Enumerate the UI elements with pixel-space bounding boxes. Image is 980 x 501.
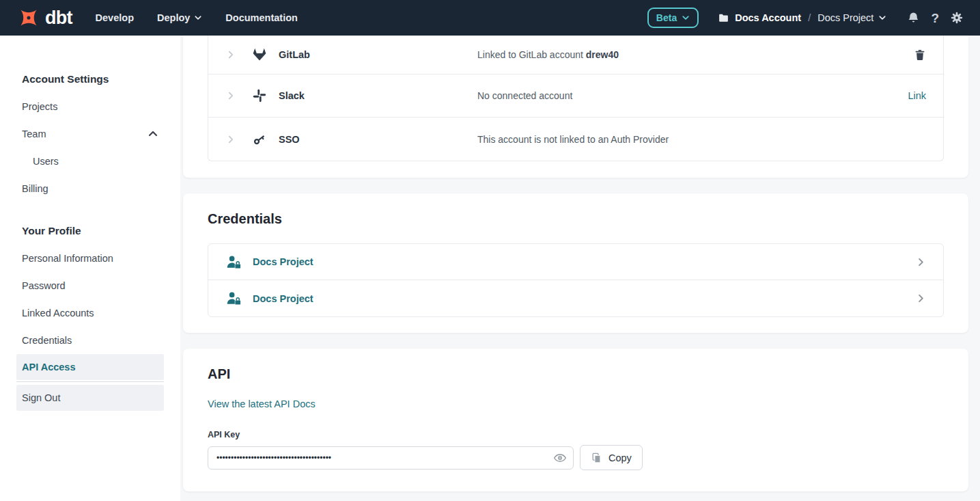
api-heading: API xyxy=(208,366,944,382)
notifications-bell-icon[interactable] xyxy=(907,12,920,25)
eye-icon[interactable] xyxy=(553,451,567,465)
linked-account-name: GitLab xyxy=(279,49,310,60)
api-key-input[interactable] xyxy=(208,446,574,470)
main-content: GitLab Linked to GitLab account drew40 S… xyxy=(180,36,980,501)
breadcrumb: Docs Account / Docs Project xyxy=(718,12,886,24)
linked-account-status: This account is not linked to an Auth Pr… xyxy=(477,134,669,145)
help-icon[interactable]: ? xyxy=(931,12,939,25)
linked-account-row-sso: SSO This account is not linked to an Aut… xyxy=(208,118,943,161)
folder-icon xyxy=(718,12,729,24)
top-nav: dbt Develop Deploy Documentation Beta Do… xyxy=(0,0,980,36)
sidebar-item-projects[interactable]: Projects xyxy=(16,93,164,120)
credential-project-label: Docs Project xyxy=(253,256,313,267)
sidebar-item-api-access[interactable]: API Access xyxy=(16,354,164,380)
breadcrumb-account[interactable]: Docs Account xyxy=(718,12,801,24)
beta-dropdown[interactable]: Beta xyxy=(647,8,699,28)
chevron-right-icon xyxy=(916,293,926,303)
credentials-heading: Credentials xyxy=(208,211,944,227)
api-card: API View the latest API Docs API Key Cop… xyxy=(183,349,968,491)
linked-account-status: Linked to GitLab account drew40 xyxy=(477,49,619,60)
sidebar-item-billing[interactable]: Billing xyxy=(16,175,164,202)
chevron-down-icon xyxy=(194,14,202,22)
delete-link-button[interactable] xyxy=(914,49,926,62)
sidebar-item-personal-information[interactable]: Personal Information xyxy=(16,245,164,272)
sidebar-item-users[interactable]: Users xyxy=(16,148,164,175)
nav-icon-group: ? xyxy=(907,11,964,25)
sidebar-heading-account-settings: Account Settings xyxy=(16,66,164,93)
trash-icon xyxy=(914,49,926,62)
breadcrumb-separator: / xyxy=(808,12,811,23)
user-lock-icon xyxy=(226,290,242,306)
chevron-right-icon[interactable] xyxy=(226,91,236,100)
sidebar-item-team[interactable]: Team xyxy=(16,120,164,148)
linked-account-row-slack: Slack No connected account Link xyxy=(208,75,943,118)
breadcrumb-project-dropdown[interactable]: Docs Project xyxy=(817,12,886,23)
key-icon xyxy=(252,132,267,147)
credential-project-label: Docs Project xyxy=(253,293,313,304)
sidebar-item-linked-accounts[interactable]: Linked Accounts xyxy=(16,299,164,327)
chevron-right-icon[interactable] xyxy=(226,135,236,144)
sidebar-item-credentials[interactable]: Credentials xyxy=(16,327,164,354)
credential-row[interactable]: Docs Project xyxy=(208,244,943,280)
copy-icon xyxy=(591,452,602,464)
sidebar-heading-your-profile: Your Profile xyxy=(16,217,164,245)
settings-sidebar: Account Settings Projects Team Users Bil… xyxy=(0,36,180,501)
copy-button[interactable]: Copy xyxy=(580,445,643,470)
gitlab-icon xyxy=(252,47,267,62)
sidebar-divider xyxy=(16,381,164,382)
linked-accounts-table: GitLab Linked to GitLab account drew40 S… xyxy=(208,36,944,161)
linked-account-name: SSO xyxy=(279,134,300,145)
credentials-card: Credentials Docs Project Docs Project xyxy=(183,193,968,333)
chevron-down-icon xyxy=(878,14,886,22)
credentials-table: Docs Project Docs Project xyxy=(208,243,944,317)
api-key-row: Copy xyxy=(208,445,944,470)
linked-account-row-gitlab: GitLab Linked to GitLab account drew40 xyxy=(208,36,943,75)
nav-links: Develop Deploy Documentation xyxy=(96,12,298,23)
linked-accounts-card: GitLab Linked to GitLab account drew40 S… xyxy=(183,36,968,178)
api-docs-link[interactable]: View the latest API Docs xyxy=(208,398,316,409)
credential-row[interactable]: Docs Project xyxy=(208,280,943,316)
api-key-label: API Key xyxy=(208,430,944,439)
slack-icon xyxy=(252,89,267,103)
sidebar-item-sign-out[interactable]: Sign Out xyxy=(16,385,164,411)
nav-link-deploy[interactable]: Deploy xyxy=(157,12,202,23)
user-lock-icon xyxy=(226,254,242,270)
gear-icon[interactable] xyxy=(950,11,964,25)
linked-account-status: No connected account xyxy=(477,90,572,101)
sidebar-item-password[interactable]: Password xyxy=(16,272,164,299)
dbt-logo-text: dbt xyxy=(45,9,72,27)
nav-link-develop[interactable]: Develop xyxy=(96,12,134,23)
chevron-right-icon[interactable] xyxy=(226,50,236,59)
dbt-logo-icon xyxy=(16,5,41,30)
link-slack-button[interactable]: Link xyxy=(908,90,926,101)
linked-account-name: Slack xyxy=(279,90,305,101)
chevron-right-icon xyxy=(916,257,926,267)
nav-right: Beta Docs Account / Docs Project ? xyxy=(647,8,964,28)
api-key-field-wrap xyxy=(208,446,574,470)
chevron-up-icon xyxy=(148,128,158,141)
nav-link-documentation[interactable]: Documentation xyxy=(225,12,298,23)
chevron-down-icon xyxy=(682,14,690,22)
dbt-logo[interactable]: dbt xyxy=(16,5,72,30)
